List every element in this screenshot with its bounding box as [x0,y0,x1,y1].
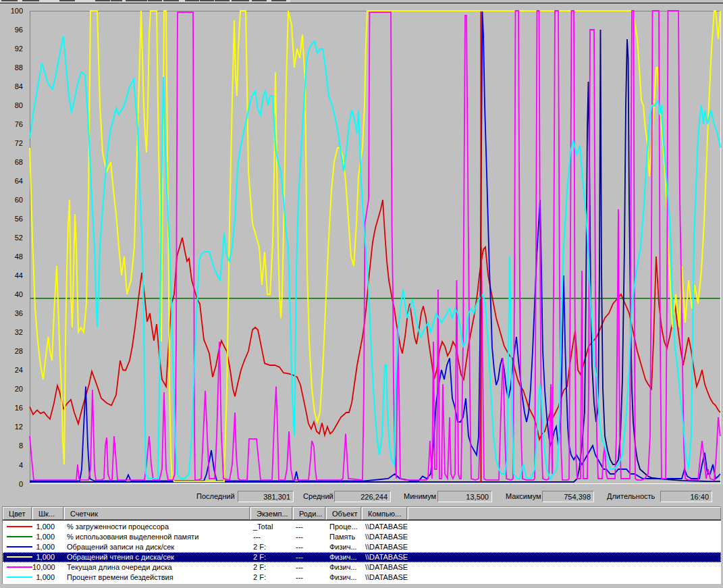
svg-text:92: 92 [15,45,23,53]
svg-text:76: 76 [15,120,23,128]
svg-text:80: 80 [15,101,23,109]
svg-text:88: 88 [15,63,23,72]
svg-text:96: 96 [15,26,23,34]
svg-text:72: 72 [15,139,23,147]
svg-text:64: 64 [15,177,23,185]
svg-text:4: 4 [19,461,23,469]
svg-text:24: 24 [15,366,23,374]
svg-text:60: 60 [15,196,23,204]
svg-text:48: 48 [15,252,23,261]
svg-text:52: 52 [15,234,23,242]
svg-text:28: 28 [15,347,23,355]
svg-text:36: 36 [15,309,23,317]
svg-text:100: 100 [11,7,23,15]
svg-text:8: 8 [19,442,23,450]
svg-text:56: 56 [15,215,23,223]
svg-text:12: 12 [15,423,23,431]
svg-text:68: 68 [15,158,23,166]
svg-text:20: 20 [15,385,23,393]
svg-text:0: 0 [19,480,23,488]
svg-text:16: 16 [15,404,23,412]
svg-text:32: 32 [15,328,23,336]
svg-text:40: 40 [15,290,23,298]
svg-text:44: 44 [15,271,23,279]
svg-text:84: 84 [15,82,23,90]
